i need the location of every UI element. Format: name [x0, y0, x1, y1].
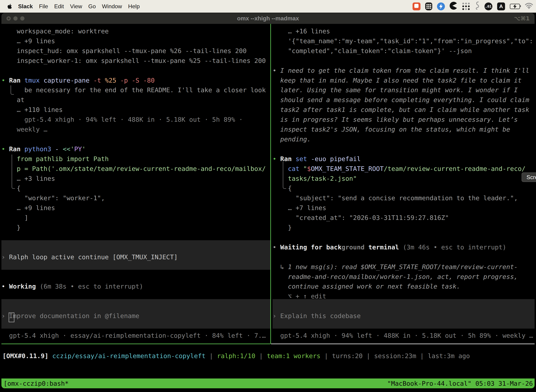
terminal-line: … +16 lines [288, 27, 330, 35]
terminal-line: • [273, 67, 277, 75]
terminal-line: keep that in mind. Maybe I also need the… [280, 76, 522, 84]
terminal-line: Explain this codebase [280, 312, 361, 320]
terminal-line: "completed","claim_token":"claim-token"}… [288, 47, 472, 55]
terminal-line: tasks/task-2.json" [288, 175, 357, 183]
terminal-line: } [288, 224, 292, 232]
window-shortcut: ⌥⌘1 [514, 13, 530, 24]
pane-border-right-gray [271, 344, 535, 344]
terminal-line: gpt-5.4 xhigh · 94% left · 488K in · 5.1… [24, 116, 243, 124]
screen-tooltip: Scre [522, 173, 536, 182]
terminal-line: • [273, 243, 277, 251]
terminal-line: be necessary for the end of the README. … [24, 86, 266, 94]
battery-icon[interactable] [510, 4, 520, 9]
terminal-line: • [1, 282, 5, 290]
tmux-session-label: [omx-cczip0:bash* [4, 380, 69, 387]
terminal-line: Ran set -euo pipefail [280, 155, 361, 163]
terminal-line: › [1, 312, 5, 320]
menu-item-file[interactable]: File [39, 3, 48, 10]
terminal-line: ↳ [280, 263, 288, 271]
menu-item-edit[interactable]: Edit [54, 3, 64, 10]
terminal-line: cat "$OMX_TEAM_STATE_ROOT/team/review-cu… [288, 165, 526, 173]
terminal-line: … +110 lines [17, 106, 62, 114]
terminal-line: } [17, 224, 21, 232]
screen: { "menu_bar": { "app_name": "Slack", "it… [0, 0, 536, 392]
terminal-line: Waiting for background terminal (3m 46s … [280, 243, 506, 251]
output-connector-line [10, 85, 14, 95]
menu-bar-left: Slack File Edit View Go Window Help [0, 3, 140, 10]
input-source-a-icon[interactable]: A [497, 2, 505, 10]
terminal-line: later. Using the same for transition mig… [280, 86, 518, 94]
right-agent-pane[interactable]: … +16 lines'{"team_name":"my-team","task… [273, 24, 535, 378]
terminal-line: • [1, 76, 5, 84]
terminal-line: at [17, 96, 24, 104]
pane-border-left-green [1, 344, 270, 344]
terminal-line: continue assigned work or next feasible … [288, 282, 460, 290]
output-connector-line [12, 154, 15, 189]
terminal-line: ] [24, 214, 28, 222]
menu-app-name[interactable]: Slack [18, 3, 33, 10]
terminal-line: inspect_hud: omx sparkshell --tmux-pane … [17, 47, 247, 55]
keypad-shield-icon[interactable] [425, 2, 432, 10]
terminal-line: • [273, 155, 277, 163]
terminal-line: is in progress? It seems likely but perh… [280, 116, 518, 124]
terminal-line: should send a message before completing … [280, 96, 529, 104]
terminal-line: '{"team_name":"my-team","task_id":"1","f… [288, 37, 533, 45]
terminal-line: Improve documentation in @filename [9, 312, 139, 320]
terminal-line: p = Path('.omx/state/team/review-current… [17, 165, 266, 173]
terminal-line: weekly … [17, 125, 47, 134]
terminal-line: … +9 lines [17, 204, 55, 212]
terminal-window: omx --xhigh --madmax ⌥⌘1 workspace_mode:… [1, 13, 535, 388]
dots-grid-icon[interactable] [462, 3, 470, 10]
wedge-circle-icon[interactable] [450, 2, 458, 11]
terminal-line: { [17, 184, 21, 192]
terminal-content: workspace_mode: worktree… +9 linesinspec… [1, 24, 535, 378]
terminal-line: from pathlib import Path [17, 155, 109, 163]
terminal-line: readme-and-reco/mailbox/worker-1.json, a… [288, 273, 518, 281]
terminal-line: pending. [280, 135, 311, 143]
terminal-line: › [1, 253, 5, 261]
terminal-line: › [273, 312, 277, 320]
terminal-line: "worker": "worker-1", [24, 194, 105, 202]
terminal-line: … +9 lines [17, 37, 55, 45]
menu-item-view[interactable]: View [70, 3, 82, 10]
terminal-line: 1 new msg(s): read $OMX_TEAM_STATE_ROOT/… [288, 263, 518, 271]
left-agent-pane[interactable]: workspace_mode: worktree… +9 linesinspec… [1, 24, 270, 378]
terminal-line: ⌥ + ↑ edit [288, 292, 326, 300]
terminal-line: … +7 lines [288, 204, 326, 212]
terminal-line: task2 after task1 is complete, but can I… [280, 106, 529, 114]
terminal-line: { [288, 184, 292, 192]
squiggle-icon[interactable] [474, 1, 480, 11]
terminal-line: gpt-5.4 xhigh · essay/ai-reimplementatio… [9, 331, 266, 340]
window-title: omx --xhigh --madmax [1, 13, 535, 24]
terminal-line: "subject": "send a concise recommendatio… [296, 194, 518, 202]
terminal-line: "created_at": "2026-03-31T11:59:27.816Z" [296, 214, 449, 222]
title-bar: omx --xhigh --madmax ⌥⌘1 [1, 13, 535, 24]
terminal-line: gpt-5.4 xhigh · 94% left · 488K in · 5.1… [280, 331, 533, 340]
menu-item-go[interactable]: Go [88, 3, 96, 10]
terminal-line: Ralph loop active continue [OMX_TMUX_INJ… [9, 253, 178, 261]
terminal-line: I need to get the claim token from the c… [280, 67, 529, 75]
terminal-line: inspect_worker-1: omx sparkshell --tmux-… [17, 57, 266, 65]
record-badge-icon[interactable] [412, 2, 421, 10]
terminal-line: workspace_mode: worktree [17, 27, 109, 35]
badge-61-icon[interactable]: ..61 [484, 2, 492, 10]
terminal-line: inspect task2's JSON, focusing on the st… [280, 125, 510, 134]
terminal-line: Working (6m 38s • esc to interrupt) [9, 282, 143, 290]
pane-divider[interactable] [270, 24, 271, 344]
bolt-circle-icon[interactable] [437, 2, 445, 10]
menu-item-help[interactable]: Help [128, 3, 140, 10]
output-connector-line [283, 162, 286, 189]
terminal-line: Ran python3 - <<'PY' [9, 145, 86, 153]
terminal-line: Ran tmux capture-pane -t %25 -p -S -80 [9, 76, 155, 84]
tmux-status-bar: [omx-cczip0:bash* "MacBook-Pro-44.local"… [1, 378, 535, 388]
tmux-host-time-label: "MacBook-Pro-44.local" 05:03 31-Mar-26 [387, 380, 533, 387]
screen-tooltip-text: Scre [526, 174, 536, 181]
wifi-icon[interactable] [525, 2, 533, 10]
terminal-line: … +3 lines [17, 175, 55, 183]
menu-item-window[interactable]: Window [102, 3, 122, 10]
terminal-line: • [1, 145, 5, 153]
apple-menu-icon[interactable] [7, 4, 12, 9]
menu-bar-status-icons: ..61 A [412, 0, 533, 13]
menu-bar: Slack File Edit View Go Window Help ..61… [0, 0, 536, 13]
hud-status-line: [OMX#0.11.9] cczip/essay/ai-reimplementa… [2, 352, 470, 360]
